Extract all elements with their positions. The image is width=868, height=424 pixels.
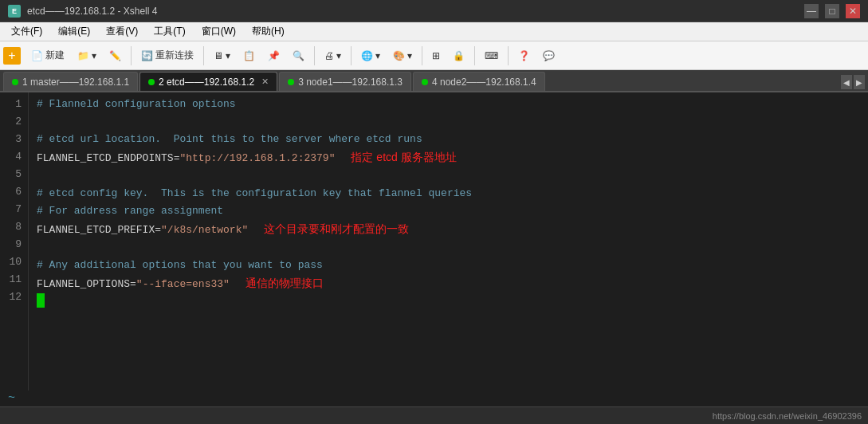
tab-label-master: 1 master——192.168.1.1 — [22, 77, 129, 88]
code-text-3: # etcd url location. Point this to the s… — [37, 131, 422, 148]
code-text-7: # For address range assignment — [37, 202, 223, 220]
folder-button[interactable]: 📁 ▾ — [72, 45, 102, 67]
code-line-5 — [37, 167, 860, 185]
code-line-8: FLANNEL_ETCD_PREFIX="/k8s/network" 这个目录要… — [37, 220, 860, 239]
annotation-line-4: 指定 etcd 服务器地址 — [351, 148, 456, 166]
tab-nav: ◀ ▶ — [841, 75, 865, 91]
toolbar-sep-7 — [508, 46, 509, 65]
tab-prev-button[interactable]: ◀ — [841, 75, 852, 89]
tab-etcd[interactable]: 2 etcd——192.168.1.2 ✕ — [139, 72, 277, 91]
reconnect-button[interactable]: 🔄 重新连接 — [136, 45, 199, 67]
code-text-8-key: FLANNEL_ETCD_PREFIX= — [37, 222, 161, 239]
code-line-6: # etcd config key. This is the configura… — [37, 185, 860, 202]
copy-icon: 📋 — [243, 50, 255, 61]
copy-button[interactable]: 📋 — [238, 45, 261, 67]
add-session-button[interactable]: + — [3, 47, 21, 65]
globe-dropdown-icon: ▾ — [375, 50, 380, 61]
code-line-1: # Flanneld configuration options — [37, 96, 860, 113]
menu-view[interactable]: 查看(V) — [100, 23, 144, 40]
maximize-button[interactable]: □ — [825, 4, 839, 18]
grid-button[interactable]: ⊞ — [426, 45, 446, 67]
menu-help[interactable]: 帮助(H) — [245, 23, 291, 40]
tab-dot-node2 — [422, 79, 428, 85]
tab-master[interactable]: 1 master——192.168.1.1 — [3, 72, 138, 91]
code-line-4: FLANNEL_ETCD_ENDPOINTS="http://192.168.1… — [37, 148, 860, 167]
menu-edit[interactable]: 编辑(E) — [52, 23, 96, 40]
monitor-icon: 🖥 — [214, 50, 223, 61]
title-bar: E etcd——192.168.1.2 - Xshell 4 — □ ✕ — [0, 0, 868, 22]
monitor-button[interactable]: 🖥 ▾ — [208, 45, 236, 67]
menu-bar: 文件(F) 编辑(E) 查看(V) 工具(T) 窗口(W) 帮助(H) — [0, 22, 868, 41]
code-text-4-val: "http://192.168.1.2:2379" — [179, 150, 335, 167]
chat-button[interactable]: 💬 — [537, 45, 560, 67]
tab-bar: 1 master——192.168.1.1 2 etcd——192.168.1.… — [0, 70, 868, 92]
keyboard-icon: ⌨ — [485, 50, 498, 61]
find-button[interactable]: 🔍 — [287, 45, 310, 67]
chat-icon: 💬 — [543, 50, 555, 61]
print-button[interactable]: 🖨 ▾ — [319, 45, 347, 67]
code-line-7: # For address range assignment — [37, 202, 860, 220]
toolbar-sep-6 — [474, 46, 475, 65]
toolbar-sep-1 — [131, 46, 132, 65]
new-button[interactable]: 📄 新建 — [26, 45, 70, 67]
minimize-button[interactable]: — — [804, 4, 819, 18]
toolbar-sep-4 — [351, 46, 352, 65]
code-text-10: # Any additional options that you want t… — [37, 257, 323, 274]
tab-next-button[interactable]: ▶ — [854, 75, 865, 89]
tab-close-etcd[interactable]: ✕ — [261, 77, 269, 87]
globe-icon: 🌐 — [361, 50, 373, 61]
grid-icon: ⊞ — [432, 50, 440, 61]
print-dropdown-icon: ▾ — [336, 50, 341, 61]
reconnect-icon: 🔄 — [141, 50, 153, 61]
color-dropdown-icon: ▾ — [407, 50, 412, 61]
new-icon: 📄 — [31, 50, 43, 61]
tab-node1[interactable]: 3 node1——192.168.1.3 — [279, 72, 411, 91]
menu-file[interactable]: 文件(F) — [5, 23, 49, 40]
print-icon: 🖨 — [324, 50, 334, 61]
folder-icon: 📁 — [77, 50, 89, 61]
code-line-12 — [37, 293, 860, 308]
code-text-4-key: FLANNEL_ETCD_ENDPOINTS= — [37, 150, 179, 167]
code-content[interactable]: # Flanneld configuration options # etcd … — [29, 92, 868, 391]
keyboard-button[interactable]: ⌨ — [479, 45, 504, 67]
status-bar: https://blog.csdn.net/weixin_46902396 — [0, 406, 868, 424]
tab-label-node1: 3 node1——192.168.1.3 — [298, 77, 403, 88]
code-line-10: # Any additional options that you want t… — [37, 257, 860, 274]
globe-button[interactable]: 🌐 ▾ — [355, 45, 386, 67]
code-line-11: FLANNEL_OPTIONS="--iface=ens33" 通信的物理接口 — [37, 274, 860, 293]
tab-node2[interactable]: 4 node2——192.168.1.4 — [413, 72, 545, 91]
window-controls: — □ ✕ — [804, 4, 860, 18]
toolbar-sep-2 — [203, 46, 204, 65]
pen-icon: ✏️ — [109, 50, 121, 61]
toolbar: + 📄 新建 📁 ▾ ✏️ 🔄 重新连接 🖥 ▾ 📋 📌 🔍 🖨 ▾ 🌐 ▾ 🎨… — [0, 41, 868, 70]
code-text-1: # Flanneld configuration options — [37, 96, 236, 113]
code-text-6: # etcd config key. This is the configura… — [37, 185, 472, 202]
lock-icon: 🔒 — [453, 50, 465, 61]
line-numbers: 1 2 3 4 5 6 7 8 9 10 11 12 — [0, 92, 29, 391]
close-button[interactable]: ✕ — [846, 4, 860, 18]
status-url: https://blog.csdn.net/weixin_46902396 — [713, 411, 862, 421]
menu-tools[interactable]: 工具(T) — [147, 23, 191, 40]
tab-dot-master — [12, 79, 18, 85]
paste-button[interactable]: 📌 — [262, 45, 285, 67]
find-icon: 🔍 — [293, 50, 304, 61]
color-icon: 🎨 — [393, 50, 405, 61]
window-title: etcd——192.168.1.2 - Xshell 4 — [27, 6, 804, 17]
code-line-9 — [37, 239, 860, 257]
code-line-3: # etcd url location. Point this to the s… — [37, 131, 860, 148]
color-button[interactable]: 🎨 ▾ — [387, 45, 418, 67]
lock-button[interactable]: 🔒 — [447, 45, 470, 67]
help-button[interactable]: ❓ — [513, 45, 536, 67]
reconnect-label: 重新连接 — [155, 49, 194, 62]
help-icon: ❓ — [518, 50, 530, 61]
pen-button[interactable]: ✏️ — [104, 45, 127, 67]
toolbar-sep-5 — [422, 46, 422, 65]
tab-label-node2: 4 node2——192.168.1.4 — [432, 77, 536, 88]
tab-dot-etcd — [148, 79, 155, 85]
paste-icon: 📌 — [268, 50, 280, 61]
code-line-2 — [37, 113, 860, 131]
menu-window[interactable]: 窗口(W) — [195, 23, 242, 40]
folder-dropdown-icon: ▾ — [92, 50, 96, 61]
toolbar-sep-3 — [314, 46, 315, 65]
code-text-8-val: "/k8s/network" — [161, 222, 248, 239]
